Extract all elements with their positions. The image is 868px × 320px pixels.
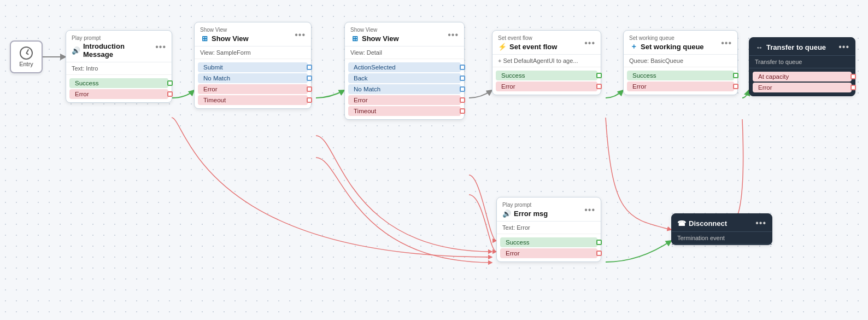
node-se-info: + Set DefaultAgentUI to age... (492, 55, 601, 67)
errormsg-icon: 🔊 (502, 209, 511, 218)
node-set-queue[interactable]: Set working queue ＋ Set working queue ••… (623, 30, 738, 95)
node-sv2-info: View: Detail (345, 46, 464, 59)
connector-se-error (596, 84, 602, 89)
node-sq-header: Set working queue ＋ Set working queue ••… (624, 31, 737, 55)
node-intro-info: Text: Intro (66, 62, 172, 75)
connector-sv2-action (460, 65, 465, 70)
play-icon: 🔊 (72, 46, 80, 55)
node-se-outputs: Success Error (492, 67, 601, 95)
node-intro-menu[interactable]: ••• (155, 42, 166, 52)
connector-sv2-back (460, 75, 465, 81)
node-dc-header: ☎ Disconnect ••• (672, 214, 772, 232)
output-sv1-error: Error (198, 84, 308, 94)
node-intro-outputs: Success Error (66, 75, 172, 102)
connector-sq-success (733, 73, 738, 78)
connector-se-success (596, 73, 602, 78)
node-intro-type: Play prompt (72, 35, 155, 41)
node-sv2-title: ⊞ Show View (350, 34, 399, 43)
node-sv1-title: ⊞ Show View (200, 34, 249, 43)
output-sv2-timeout: Timeout (348, 106, 461, 116)
output-tr-error: Error (753, 83, 852, 92)
node-intro-header: Play prompt 🔊 Introduction Message ••• (66, 31, 172, 62)
node-se-type: Set event flow (498, 35, 557, 41)
node-sq-title: ＋ Set working queue (629, 42, 704, 51)
node-se-title: ⚡ Set event flow (498, 42, 557, 51)
node-dc-info: Termination event (672, 232, 772, 245)
node-sq-menu[interactable]: ••• (721, 38, 732, 48)
node-sv1-outputs: Submit No Match Error Timeout (195, 59, 311, 108)
connector-sv1-timeout (307, 97, 312, 103)
node-em-info: Text: Error (497, 222, 601, 234)
node-intro-header-left: Play prompt 🔊 Introduction Message (72, 35, 155, 59)
node-sq-header-left: Set working queue ＋ Set working queue (629, 35, 704, 51)
node-sv1-menu[interactable]: ••• (295, 30, 306, 40)
node-intro-title: 🔊 Introduction Message (72, 42, 155, 59)
node-transfer[interactable]: ↔ Transfer to queue ••• Transfer to queu… (749, 37, 855, 96)
connector-sv2-timeout (460, 108, 465, 114)
output-sv1-submit: Submit (198, 62, 308, 72)
connector-sq-error (733, 84, 738, 89)
node-em-menu[interactable]: ••• (584, 205, 595, 215)
node-se-menu[interactable]: ••• (584, 38, 595, 48)
node-dc-menu[interactable]: ••• (755, 218, 766, 228)
output-sv1-nomatch: No Match (198, 73, 308, 83)
node-dc-title: ☎ Disconnect (677, 219, 727, 228)
entry-node[interactable]: Entry (10, 40, 43, 73)
node-sv1-type: Show View (200, 27, 249, 33)
node-sq-type: Set working queue (629, 35, 704, 41)
node-em-outputs: Success Error (497, 234, 601, 261)
connector-sv1-submit (307, 65, 312, 70)
node-sv2-header: Show View ⊞ Show View ••• (345, 22, 464, 46)
output-se-error: Error (496, 82, 597, 91)
node-sv2-header-left: Show View ⊞ Show View (350, 27, 399, 43)
connector-tr-error (851, 85, 856, 90)
node-intro[interactable]: Play prompt 🔊 Introduction Message ••• T… (66, 30, 172, 103)
connector-em-error (596, 251, 602, 256)
node-tr-title: ↔ Transfer to queue (755, 43, 826, 51)
connector-intro-success (167, 80, 173, 86)
view1-icon: ⊞ (200, 34, 209, 43)
output-intro-success: Success (69, 78, 168, 88)
output-em-success: Success (500, 237, 597, 247)
view2-icon: ⊞ (350, 34, 359, 43)
node-show-view-1[interactable]: Show View ⊞ Show View ••• View: SampleFo… (194, 22, 312, 109)
entry-clock-icon (20, 46, 33, 60)
flow-canvas: Entry Play prompt 🔊 Introduction Message… (0, 0, 868, 320)
node-sv1-info: View: SampleForm (195, 46, 311, 59)
node-tr-menu[interactable]: ••• (838, 42, 849, 52)
node-se-header-left: Set event flow ⚡ Set event flow (498, 35, 557, 51)
node-em-title: 🔊 Error msg (502, 209, 548, 218)
transfer-icon: ↔ (755, 43, 764, 51)
output-em-error: Error (500, 248, 597, 258)
entry-label: Entry (19, 61, 33, 67)
node-tr-info: Transfer to queue (749, 56, 855, 68)
node-show-view-2[interactable]: Show View ⊞ Show View ••• View: Detail A… (344, 22, 465, 120)
node-se-header: Set event flow ⚡ Set event flow ••• (492, 31, 601, 55)
node-em-header: Play prompt 🔊 Error msg ••• (497, 197, 601, 222)
node-tr-header: ↔ Transfer to queue ••• (749, 38, 855, 56)
output-sq-success: Success (627, 71, 734, 80)
node-sv1-header-left: Show View ⊞ Show View (200, 27, 249, 43)
node-tr-header-left: ↔ Transfer to queue (755, 43, 826, 51)
output-sq-error: Error (627, 82, 734, 91)
node-sv2-menu[interactable]: ••• (448, 30, 459, 40)
output-sv1-timeout: Timeout (198, 95, 308, 105)
connector-sv1-nomatch (307, 75, 312, 81)
output-tr-capacity: At capacity (753, 72, 852, 82)
disconnect-icon: ☎ (677, 219, 686, 228)
connector-sv2-error (460, 97, 465, 103)
connector-intro-error (167, 91, 173, 97)
node-sq-outputs: Success Error (624, 67, 737, 95)
node-dc-header-left: ☎ Disconnect (677, 219, 727, 228)
node-sv2-outputs: ActionSelected Back No Match Error Timeo… (345, 59, 464, 119)
output-se-success: Success (496, 71, 597, 80)
connector-sv2-nomatch (460, 86, 465, 92)
node-sq-info: Queue: BasicQueue (624, 55, 737, 67)
event-icon: ⚡ (498, 42, 507, 51)
node-disconnect[interactable]: ☎ Disconnect ••• Termination event (671, 213, 772, 245)
node-set-event[interactable]: Set event flow ⚡ Set event flow ••• + Se… (492, 30, 601, 95)
node-em-type: Play prompt (502, 202, 548, 208)
node-sv1-header: Show View ⊞ Show View ••• (195, 22, 311, 46)
node-error-msg[interactable]: Play prompt 🔊 Error msg ••• Text: Error … (496, 197, 601, 262)
connector-sv1-error (307, 86, 312, 92)
